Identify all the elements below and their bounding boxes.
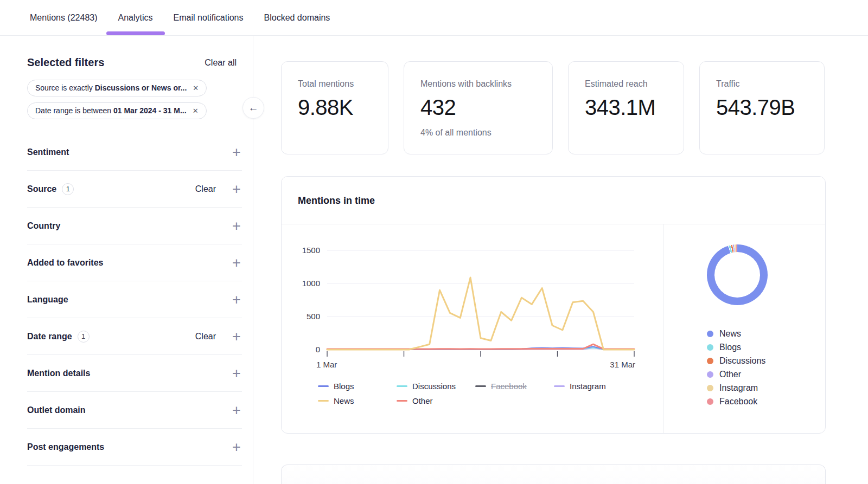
donut-legend-label: News bbox=[719, 329, 741, 339]
filters-sidebar: Selected filters Clear all Source is exa… bbox=[0, 36, 253, 484]
donut-legend-label: Facebook bbox=[719, 397, 757, 406]
legend-swatch bbox=[397, 400, 407, 402]
stat-value: 9.88K bbox=[298, 95, 372, 120]
svg-text:1 Mar: 1 Mar bbox=[316, 360, 337, 369]
plus-icon[interactable]: + bbox=[231, 405, 242, 416]
filter-row-mention-details[interactable]: Mention details + bbox=[27, 355, 242, 392]
filter-label: Source bbox=[27, 184, 56, 194]
donut-legend: NewsBlogsDiscussionsOtherInstagramFacebo… bbox=[707, 328, 825, 407]
chart-title: Mentions in time bbox=[298, 195, 809, 206]
donut-legend-item-facebook: Facebook bbox=[707, 396, 825, 407]
stat-card-total-mentions: Total mentions 9.88K bbox=[281, 61, 388, 154]
filter-chip-date-range[interactable]: Date range is between 01 Mar 2024 - 31 M… bbox=[27, 102, 207, 119]
plus-icon[interactable]: + bbox=[231, 221, 242, 231]
stat-value: 432 bbox=[420, 95, 536, 120]
filter-list: Sentiment + Source1 Clear+ Country + Add… bbox=[27, 134, 242, 466]
legend-swatch bbox=[475, 385, 486, 387]
source-breakdown-panel: NewsBlogsDiscussionsOtherInstagramFacebo… bbox=[663, 224, 825, 433]
mentions-line-chart: 0500100015001 Mar31 Mar bbox=[282, 224, 663, 370]
filter-row-country[interactable]: Country + bbox=[27, 208, 242, 244]
donut-legend-dot bbox=[707, 385, 713, 391]
mentions-in-time-card: Mentions in time 0500100015001 Mar31 Mar… bbox=[281, 176, 826, 434]
chart-card-header: Mentions in time bbox=[282, 177, 825, 224]
stat-label: Estimated reach bbox=[585, 79, 667, 89]
plus-icon[interactable]: + bbox=[231, 368, 242, 379]
source-donut-chart bbox=[707, 244, 768, 305]
filter-row-favorites[interactable]: Added to favorites + bbox=[27, 244, 242, 281]
plus-icon[interactable]: + bbox=[231, 147, 242, 158]
chip-date-range-text: Date range is between 01 Mar 2024 - 31 M… bbox=[35, 106, 187, 115]
tab-email-notifications-label: Email notifications bbox=[174, 13, 244, 23]
filter-label: Sentiment bbox=[27, 147, 69, 157]
filter-clear-button[interactable]: Clear bbox=[195, 184, 216, 194]
legend-label: Other bbox=[412, 396, 433, 405]
plus-icon[interactable]: + bbox=[231, 294, 242, 305]
tab-blocked-domains[interactable]: Blocked domains bbox=[264, 0, 330, 35]
filter-row-language[interactable]: Language + bbox=[27, 281, 242, 318]
donut-legend-label: Discussions bbox=[719, 356, 765, 366]
filter-row-date-range[interactable]: Date range1 Clear+ bbox=[27, 318, 242, 355]
svg-text:1500: 1500 bbox=[302, 246, 320, 255]
donut-legend-item-discussions: Discussions bbox=[707, 355, 825, 366]
donut-legend-label: Other bbox=[719, 370, 741, 379]
filter-chip-source[interactable]: Source is exactly Discussions or News or… bbox=[27, 80, 207, 96]
line-chart-panel: 0500100015001 Mar31 Mar BlogsDiscussions… bbox=[282, 224, 663, 433]
filter-row-outlet-domain[interactable]: Outlet domain + bbox=[27, 392, 242, 429]
filter-row-source[interactable]: Source1 Clear+ bbox=[27, 171, 242, 208]
stat-card-backlinks: Mentions with backlinks 432 4% of all me… bbox=[404, 61, 553, 154]
plus-icon[interactable]: + bbox=[231, 184, 242, 195]
stat-cards-row: Total mentions 9.88K Mentions with backl… bbox=[281, 61, 826, 154]
filter-count-badge: 1 bbox=[78, 331, 90, 343]
collapse-sidebar-button[interactable]: ← bbox=[242, 97, 264, 119]
top-tab-bar: Mentions (22483) Analytics Email notific… bbox=[0, 0, 868, 36]
filter-clear-button[interactable]: Clear bbox=[195, 332, 216, 341]
legend-item-discussions[interactable]: Discussions bbox=[397, 382, 475, 391]
tab-mentions[interactable]: Mentions (22483) bbox=[30, 0, 98, 35]
legend-item-news[interactable]: News bbox=[318, 396, 397, 405]
tab-analytics[interactable]: Analytics bbox=[118, 0, 153, 35]
donut-legend-dot bbox=[707, 344, 713, 351]
donut-legend-label: Instagram bbox=[719, 383, 758, 393]
legend-swatch bbox=[318, 385, 329, 387]
donut-legend-dot bbox=[707, 371, 713, 378]
plus-icon[interactable]: + bbox=[231, 331, 242, 342]
brand-monitoring-page: Mentions (22483) Analytics Email notific… bbox=[0, 0, 868, 484]
tab-email-notifications[interactable]: Email notifications bbox=[174, 0, 244, 35]
legend-item-other[interactable]: Other bbox=[397, 396, 475, 405]
filter-row-sentiment[interactable]: Sentiment + bbox=[27, 134, 242, 171]
legend-label: Instagram bbox=[570, 382, 606, 391]
filter-label: Language bbox=[27, 295, 68, 305]
legend-label: Facebook bbox=[491, 382, 527, 391]
close-icon[interactable]: ✕ bbox=[193, 84, 199, 92]
legend-item-blogs[interactable]: Blogs bbox=[318, 382, 397, 391]
stat-value: 543.79B bbox=[716, 95, 808, 120]
stat-card-estimated-reach: Estimated reach 343.1M bbox=[568, 61, 684, 154]
analytics-main: Total mentions 9.88K Mentions with backl… bbox=[253, 36, 868, 484]
plus-icon[interactable]: + bbox=[231, 257, 242, 268]
legend-label: Blogs bbox=[334, 382, 354, 391]
filter-label: Date range bbox=[27, 332, 72, 341]
tab-mentions-label: Mentions (22483) bbox=[30, 13, 98, 23]
svg-text:31 Mar: 31 Mar bbox=[610, 360, 635, 369]
stat-label: Total mentions bbox=[298, 79, 372, 89]
selected-filters-title: Selected filters bbox=[27, 56, 104, 69]
donut-legend-item-news: News bbox=[707, 328, 825, 339]
tab-analytics-label: Analytics bbox=[118, 13, 153, 23]
close-icon[interactable]: ✕ bbox=[193, 107, 199, 115]
filter-label: Country bbox=[27, 221, 60, 231]
donut-legend-item-instagram: Instagram bbox=[707, 382, 825, 393]
filter-row-post-engagements[interactable]: Post engagements + bbox=[27, 429, 242, 466]
donut-legend-item-blogs: Blogs bbox=[707, 341, 825, 353]
active-tab-indicator bbox=[106, 31, 165, 35]
stat-subtext: 4% of all mentions bbox=[420, 128, 536, 138]
legend-item-facebook[interactable]: Facebook bbox=[475, 382, 554, 391]
clear-all-filters-button[interactable]: Clear all bbox=[205, 58, 237, 68]
next-section-card bbox=[281, 464, 826, 484]
plus-icon[interactable]: + bbox=[231, 442, 242, 453]
arrow-left-icon: ← bbox=[248, 102, 259, 113]
filter-label: Added to favorites bbox=[27, 258, 103, 268]
donut-legend-item-other: Other bbox=[707, 369, 825, 380]
legend-swatch bbox=[318, 400, 329, 402]
legend-item-instagram[interactable]: Instagram bbox=[554, 382, 646, 391]
stat-label: Mentions with backlinks bbox=[420, 79, 536, 89]
